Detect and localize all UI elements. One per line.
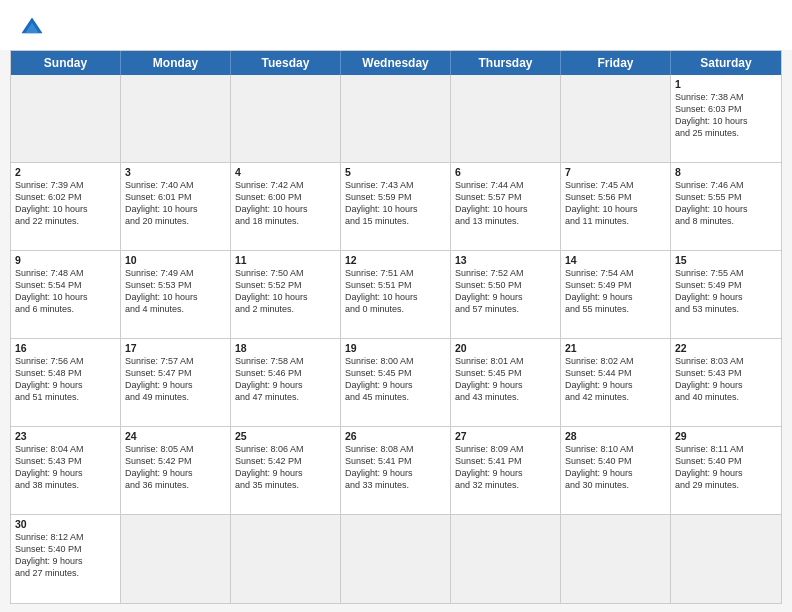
day-cell-21: 21Sunrise: 8:02 AM Sunset: 5:44 PM Dayli… bbox=[561, 339, 671, 427]
day-cell-3: 3Sunrise: 7:40 AM Sunset: 6:01 PM Daylig… bbox=[121, 163, 231, 251]
day-cell-24: 24Sunrise: 8:05 AM Sunset: 5:42 PM Dayli… bbox=[121, 427, 231, 515]
logo bbox=[18, 14, 54, 42]
day-number: 18 bbox=[235, 342, 336, 354]
day-number: 5 bbox=[345, 166, 446, 178]
header bbox=[0, 0, 792, 50]
day-cell-22: 22Sunrise: 8:03 AM Sunset: 5:43 PM Dayli… bbox=[671, 339, 781, 427]
day-cell-10: 10Sunrise: 7:49 AM Sunset: 5:53 PM Dayli… bbox=[121, 251, 231, 339]
day-cell-empty bbox=[451, 515, 561, 603]
day-number: 29 bbox=[675, 430, 777, 442]
day-info: Sunrise: 8:08 AM Sunset: 5:41 PM Dayligh… bbox=[345, 443, 446, 492]
day-number: 24 bbox=[125, 430, 226, 442]
day-number: 10 bbox=[125, 254, 226, 266]
calendar-grid: 1Sunrise: 7:38 AM Sunset: 6:03 PM Daylig… bbox=[11, 75, 781, 603]
day-cell-empty bbox=[451, 75, 561, 163]
day-info: Sunrise: 7:39 AM Sunset: 6:02 PM Dayligh… bbox=[15, 179, 116, 228]
day-header-friday: Friday bbox=[561, 51, 671, 75]
day-number: 21 bbox=[565, 342, 666, 354]
day-info: Sunrise: 8:11 AM Sunset: 5:40 PM Dayligh… bbox=[675, 443, 777, 492]
day-info: Sunrise: 8:03 AM Sunset: 5:43 PM Dayligh… bbox=[675, 355, 777, 404]
day-info: Sunrise: 7:54 AM Sunset: 5:49 PM Dayligh… bbox=[565, 267, 666, 316]
day-header-saturday: Saturday bbox=[671, 51, 781, 75]
day-header-tuesday: Tuesday bbox=[231, 51, 341, 75]
day-cell-11: 11Sunrise: 7:50 AM Sunset: 5:52 PM Dayli… bbox=[231, 251, 341, 339]
day-number: 27 bbox=[455, 430, 556, 442]
day-cell-18: 18Sunrise: 7:58 AM Sunset: 5:46 PM Dayli… bbox=[231, 339, 341, 427]
day-number: 20 bbox=[455, 342, 556, 354]
day-cell-25: 25Sunrise: 8:06 AM Sunset: 5:42 PM Dayli… bbox=[231, 427, 341, 515]
day-number: 14 bbox=[565, 254, 666, 266]
day-info: Sunrise: 8:06 AM Sunset: 5:42 PM Dayligh… bbox=[235, 443, 336, 492]
day-cell-28: 28Sunrise: 8:10 AM Sunset: 5:40 PM Dayli… bbox=[561, 427, 671, 515]
day-info: Sunrise: 8:01 AM Sunset: 5:45 PM Dayligh… bbox=[455, 355, 556, 404]
day-cell-5: 5Sunrise: 7:43 AM Sunset: 5:59 PM Daylig… bbox=[341, 163, 451, 251]
day-number: 28 bbox=[565, 430, 666, 442]
day-cell-4: 4Sunrise: 7:42 AM Sunset: 6:00 PM Daylig… bbox=[231, 163, 341, 251]
day-info: Sunrise: 7:49 AM Sunset: 5:53 PM Dayligh… bbox=[125, 267, 226, 316]
day-cell-8: 8Sunrise: 7:46 AM Sunset: 5:55 PM Daylig… bbox=[671, 163, 781, 251]
day-number: 8 bbox=[675, 166, 777, 178]
page: SundayMondayTuesdayWednesdayThursdayFrid… bbox=[0, 0, 792, 612]
day-cell-20: 20Sunrise: 8:01 AM Sunset: 5:45 PM Dayli… bbox=[451, 339, 561, 427]
day-cell-26: 26Sunrise: 8:08 AM Sunset: 5:41 PM Dayli… bbox=[341, 427, 451, 515]
day-number: 30 bbox=[15, 518, 116, 530]
day-info: Sunrise: 7:56 AM Sunset: 5:48 PM Dayligh… bbox=[15, 355, 116, 404]
day-info: Sunrise: 7:48 AM Sunset: 5:54 PM Dayligh… bbox=[15, 267, 116, 316]
day-number: 16 bbox=[15, 342, 116, 354]
day-header-sunday: Sunday bbox=[11, 51, 121, 75]
day-cell-empty bbox=[231, 515, 341, 603]
day-cell-19: 19Sunrise: 8:00 AM Sunset: 5:45 PM Dayli… bbox=[341, 339, 451, 427]
day-cell-empty bbox=[671, 515, 781, 603]
day-cell-16: 16Sunrise: 7:56 AM Sunset: 5:48 PM Dayli… bbox=[11, 339, 121, 427]
day-number: 1 bbox=[675, 78, 777, 90]
logo-icon bbox=[18, 14, 46, 42]
day-info: Sunrise: 7:40 AM Sunset: 6:01 PM Dayligh… bbox=[125, 179, 226, 228]
day-info: Sunrise: 7:44 AM Sunset: 5:57 PM Dayligh… bbox=[455, 179, 556, 228]
day-info: Sunrise: 7:55 AM Sunset: 5:49 PM Dayligh… bbox=[675, 267, 777, 316]
day-cell-empty bbox=[121, 515, 231, 603]
day-number: 26 bbox=[345, 430, 446, 442]
day-cell-12: 12Sunrise: 7:51 AM Sunset: 5:51 PM Dayli… bbox=[341, 251, 451, 339]
day-cell-empty bbox=[561, 75, 671, 163]
day-number: 15 bbox=[675, 254, 777, 266]
day-info: Sunrise: 7:50 AM Sunset: 5:52 PM Dayligh… bbox=[235, 267, 336, 316]
day-cell-empty bbox=[341, 515, 451, 603]
calendar: SundayMondayTuesdayWednesdayThursdayFrid… bbox=[10, 50, 782, 604]
logo-area bbox=[18, 14, 54, 42]
day-cell-6: 6Sunrise: 7:44 AM Sunset: 5:57 PM Daylig… bbox=[451, 163, 561, 251]
day-info: Sunrise: 8:10 AM Sunset: 5:40 PM Dayligh… bbox=[565, 443, 666, 492]
day-cell-17: 17Sunrise: 7:57 AM Sunset: 5:47 PM Dayli… bbox=[121, 339, 231, 427]
day-info: Sunrise: 7:43 AM Sunset: 5:59 PM Dayligh… bbox=[345, 179, 446, 228]
day-number: 19 bbox=[345, 342, 446, 354]
day-number: 3 bbox=[125, 166, 226, 178]
day-info: Sunrise: 7:57 AM Sunset: 5:47 PM Dayligh… bbox=[125, 355, 226, 404]
day-cell-15: 15Sunrise: 7:55 AM Sunset: 5:49 PM Dayli… bbox=[671, 251, 781, 339]
day-number: 25 bbox=[235, 430, 336, 442]
day-number: 12 bbox=[345, 254, 446, 266]
day-info: Sunrise: 7:51 AM Sunset: 5:51 PM Dayligh… bbox=[345, 267, 446, 316]
day-number: 4 bbox=[235, 166, 336, 178]
day-cell-empty bbox=[121, 75, 231, 163]
day-info: Sunrise: 8:09 AM Sunset: 5:41 PM Dayligh… bbox=[455, 443, 556, 492]
day-cell-empty bbox=[11, 75, 121, 163]
day-info: Sunrise: 7:42 AM Sunset: 6:00 PM Dayligh… bbox=[235, 179, 336, 228]
day-cell-23: 23Sunrise: 8:04 AM Sunset: 5:43 PM Dayli… bbox=[11, 427, 121, 515]
day-info: Sunrise: 8:12 AM Sunset: 5:40 PM Dayligh… bbox=[15, 531, 116, 580]
day-cell-empty bbox=[561, 515, 671, 603]
day-info: Sunrise: 7:58 AM Sunset: 5:46 PM Dayligh… bbox=[235, 355, 336, 404]
day-info: Sunrise: 7:52 AM Sunset: 5:50 PM Dayligh… bbox=[455, 267, 556, 316]
day-cell-13: 13Sunrise: 7:52 AM Sunset: 5:50 PM Dayli… bbox=[451, 251, 561, 339]
day-number: 2 bbox=[15, 166, 116, 178]
day-number: 23 bbox=[15, 430, 116, 442]
day-number: 11 bbox=[235, 254, 336, 266]
day-cell-30: 30Sunrise: 8:12 AM Sunset: 5:40 PM Dayli… bbox=[11, 515, 121, 603]
day-headers: SundayMondayTuesdayWednesdayThursdayFrid… bbox=[11, 51, 781, 75]
day-cell-7: 7Sunrise: 7:45 AM Sunset: 5:56 PM Daylig… bbox=[561, 163, 671, 251]
day-header-thursday: Thursday bbox=[451, 51, 561, 75]
day-cell-27: 27Sunrise: 8:09 AM Sunset: 5:41 PM Dayli… bbox=[451, 427, 561, 515]
day-info: Sunrise: 8:05 AM Sunset: 5:42 PM Dayligh… bbox=[125, 443, 226, 492]
day-cell-29: 29Sunrise: 8:11 AM Sunset: 5:40 PM Dayli… bbox=[671, 427, 781, 515]
day-info: Sunrise: 8:00 AM Sunset: 5:45 PM Dayligh… bbox=[345, 355, 446, 404]
day-cell-empty bbox=[341, 75, 451, 163]
day-number: 6 bbox=[455, 166, 556, 178]
